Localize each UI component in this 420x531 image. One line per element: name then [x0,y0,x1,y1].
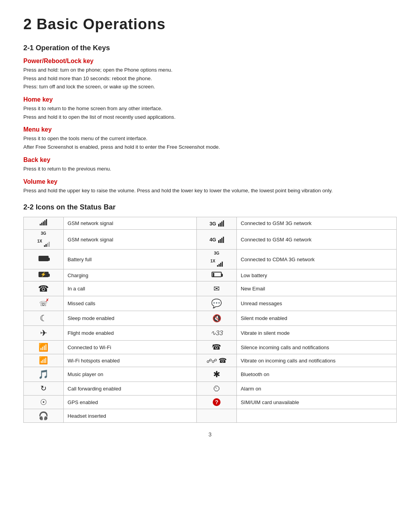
volume-key-desc-0: Press and hold the upper key to raise th… [23,187,397,195]
sim-unavailable-desc: SIM/UIM card unavailable [237,396,397,409]
sleep-mode-icon: ☾ [24,311,64,326]
wifi-hotspot-desc: Wi-Fi hotspots enabled [63,354,197,367]
vibrate-silent-desc: Vibrate in silent mode [237,326,397,341]
music-player-icon: 🎵 [24,367,64,382]
cdma-3g-icon: 3G1X [197,250,237,269]
section-21-title: 2-1 Operation of the Keys [23,44,397,52]
4g-connected-icon: 4G [197,230,237,250]
in-call-icon: ☎ [24,281,64,296]
section-22-title: 2-2 Icons on the Status Bar [23,203,397,211]
table-row: ☾ Sleep mode enabled 🔇 Silent mode enabl… [24,311,397,326]
bluetooth-icon: ✱ [197,367,237,382]
menu-key-desc-0: Press it to open the tools menu of the c… [23,135,397,142]
gsm-signal-icon [24,217,64,230]
main-title: 2 Basic Operations [23,16,397,33]
battery-full-icon [24,250,64,269]
new-email-desc: New Email [237,281,397,296]
missed-calls-desc: Missed calls [63,296,197,311]
table-row: ☎ In a call ✉ New Email [24,281,397,296]
table-row: 📶 Wi-Fi hotspots enabled ☍☍ ☎ Vibrate on… [24,354,397,367]
table-row: ↻ Call forwarding enabled ⏲ Alarm on [24,382,397,396]
table-row: 🎵 Music player on ✱ Bluetooth on [24,367,397,382]
3g-connected-desc: Connected to GSM 3G network [237,217,397,230]
section-21: 2-1 Operation of the Keys Power/Reboot/L… [23,44,397,194]
power-key-desc-2: Press: turn off and lock the screen, or … [23,83,397,91]
alarm-desc: Alarm on [237,382,397,396]
battery-low-icon [197,269,237,281]
alarm-icon: ⏲ [197,382,237,396]
vibrate-silent-icon: ∿33 [197,326,237,341]
3g1x-signal-desc: GSM network signal [63,230,197,250]
back-key-title: Back key [23,156,397,164]
charging-icon: ⚡ [24,269,64,281]
vibrate-calls-desc: Vibrate on incoming calls and notificati… [237,354,397,367]
status-bar-table: GSM network signal 3G Connected to GSM 3… [23,217,397,423]
headset-icon: 🎧 [24,409,64,423]
power-key-title: Power/Reboot/Lock key [23,58,397,65]
silent-mode-desc: Silent mode enabled [237,311,397,326]
battery-low-desc: Low battery [237,269,397,281]
table-row: ☉ GPS enabled ? SIM/UIM card unavailable [24,396,397,409]
bluetooth-desc: Bluetooth on [237,367,397,382]
3g1x-signal-icon: 3G1X [24,230,64,250]
table-row: 📶 Connected to Wi-Fi ☎/ Silence incoming… [24,341,397,354]
music-player-desc: Music player on [63,367,197,382]
unread-messages-desc: Unread messages [237,296,397,311]
silence-calls-icon: ☎/ [197,341,237,354]
table-row: GSM network signal 3G Connected to GSM 3… [24,217,397,230]
sim-unavailable-icon: ? [197,396,237,409]
flight-mode-icon: ✈ [24,326,64,341]
table-row: ☏ ✗ Missed calls 💬 Unread messages [24,296,397,311]
4g-connected-desc: Connected to GSM 4G network [237,230,397,250]
page-number: 3 [23,431,397,438]
new-email-icon: ✉ [197,281,237,296]
call-forwarding-desc: Call forwarding enabled [63,382,197,396]
home-key-desc-1: Press and hold it to open the list of mo… [23,113,397,121]
home-key-title: Home key [23,96,397,103]
cdma-3g-desc: Connected to CDMA 3G network [237,250,397,269]
wifi-connected-icon: 📶 [24,341,64,354]
back-key-desc-0: Press it to return to the previous menu. [23,165,397,173]
call-forwarding-icon: ↻ [24,382,64,396]
table-row: 3G1X GSM network signal 4G [24,230,397,250]
wifi-hotspot-icon: 📶 [24,354,64,367]
menu-key-title: Menu key [23,126,397,133]
in-call-desc: In a call [63,281,197,296]
table-row: 🎧 Headset inserted [24,409,397,423]
power-key-desc-0: Press and hold: turn on the phone; open … [23,66,397,74]
sleep-mode-desc: Sleep mode enabled [63,311,197,326]
gps-desc: GPS enabled [63,396,197,409]
unread-messages-icon: 💬 [197,296,237,311]
charging-desc: Charging [63,269,197,281]
table-row: ⚡ Charging Low battery [24,269,397,281]
table-row: Battery full 3G1X Connected to CDMA 3G n… [24,250,397,269]
3g-connected-icon: 3G [197,217,237,230]
section-22: 2-2 Icons on the Status Bar GSM network … [23,203,397,423]
silence-calls-desc: Silence incoming calls and notifications [237,341,397,354]
battery-full-desc: Battery full [63,250,197,269]
empty-desc [237,409,397,423]
power-key-desc-1: Press and hold more than 10 seconds: reb… [23,75,397,83]
gsm-signal-desc: GSM network signal [63,217,197,230]
gps-icon: ☉ [24,396,64,409]
flight-mode-desc: Flight mode enabled [63,326,197,341]
volume-key-title: Volume key [23,178,397,185]
home-key-desc-0: Press it to return to the home screen fr… [23,105,397,113]
empty-icon [197,409,237,423]
wifi-connected-desc: Connected to Wi-Fi [63,341,197,354]
table-row: ✈ Flight mode enabled ∿33 Vibrate in sil… [24,326,397,341]
headset-desc: Headset inserted [63,409,197,423]
menu-key-desc-1: After Free Screenshot is enabled, press … [23,143,397,151]
vibrate-calls-icon: ☍☍ ☎ [197,354,237,367]
silent-mode-icon: 🔇 [197,311,237,326]
missed-calls-icon: ☏ ✗ [24,296,64,311]
